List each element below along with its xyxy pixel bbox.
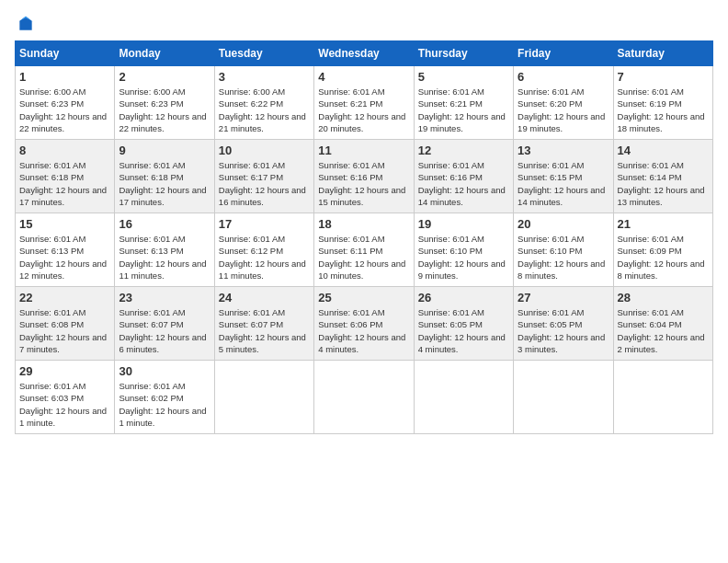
- day-cell: 10 Sunrise: 6:01 AMSunset: 6:17 PMDaylig…: [214, 140, 313, 213]
- day-cell: 18 Sunrise: 6:01 AMSunset: 6:11 PMDaylig…: [314, 213, 414, 287]
- week-row-2: 8 Sunrise: 6:01 AMSunset: 6:18 PMDayligh…: [16, 140, 713, 213]
- column-header-sunday: Sunday: [16, 41, 115, 66]
- day-detail: Sunrise: 6:01 AMSunset: 6:02 PMDaylight:…: [119, 381, 206, 428]
- day-detail: Sunrise: 6:01 AMSunset: 6:15 PMDaylight:…: [518, 160, 605, 207]
- day-cell: 16 Sunrise: 6:01 AMSunset: 6:13 PMDaylig…: [115, 213, 214, 287]
- day-number: 21: [618, 217, 709, 231]
- day-number: 12: [418, 144, 509, 157]
- day-detail: Sunrise: 6:01 AMSunset: 6:21 PMDaylight:…: [318, 86, 405, 133]
- day-cell: [414, 361, 513, 434]
- day-cell: 7 Sunrise: 6:01 AMSunset: 6:19 PMDayligh…: [613, 66, 712, 140]
- day-detail: Sunrise: 6:00 AMSunset: 6:23 PMDaylight:…: [19, 86, 107, 133]
- day-detail: Sunrise: 6:01 AMSunset: 6:09 PMDaylight:…: [618, 234, 705, 281]
- column-header-thursday: Thursday: [414, 41, 513, 66]
- logo: [15, 15, 35, 33]
- day-number: 28: [618, 291, 709, 304]
- day-number: 9: [119, 144, 210, 157]
- calendar-header-row: SundayMondayTuesdayWednesdayThursdayFrid…: [16, 41, 713, 66]
- day-detail: Sunrise: 6:01 AMSunset: 6:07 PMDaylight:…: [119, 307, 206, 354]
- day-detail: Sunrise: 6:00 AMSunset: 6:23 PMDaylight:…: [119, 86, 206, 133]
- day-cell: 19 Sunrise: 6:01 AMSunset: 6:10 PMDaylig…: [414, 213, 513, 287]
- day-detail: Sunrise: 6:01 AMSunset: 6:11 PMDaylight:…: [318, 234, 405, 281]
- day-number: 6: [518, 70, 609, 84]
- day-cell: 27 Sunrise: 6:01 AMSunset: 6:05 PMDaylig…: [514, 287, 613, 361]
- day-cell: 17 Sunrise: 6:01 AMSunset: 6:12 PMDaylig…: [214, 213, 313, 287]
- week-row-5: 29 Sunrise: 6:01 AMSunset: 6:03 PMDaylig…: [16, 361, 713, 434]
- day-detail: Sunrise: 6:01 AMSunset: 6:16 PMDaylight:…: [318, 160, 405, 207]
- day-cell: 1 Sunrise: 6:00 AMSunset: 6:23 PMDayligh…: [16, 66, 115, 140]
- week-row-1: 1 Sunrise: 6:00 AMSunset: 6:23 PMDayligh…: [16, 66, 713, 140]
- day-cell: 21 Sunrise: 6:01 AMSunset: 6:09 PMDaylig…: [613, 213, 712, 287]
- calendar-body: 1 Sunrise: 6:00 AMSunset: 6:23 PMDayligh…: [16, 66, 713, 434]
- day-cell: 9 Sunrise: 6:01 AMSunset: 6:18 PMDayligh…: [115, 140, 214, 213]
- day-cell: 26 Sunrise: 6:01 AMSunset: 6:05 PMDaylig…: [414, 287, 513, 361]
- day-number: 29: [19, 364, 110, 378]
- column-header-monday: Monday: [115, 41, 214, 66]
- column-header-friday: Friday: [514, 41, 613, 66]
- day-cell: [613, 361, 712, 434]
- day-number: 23: [119, 291, 210, 304]
- day-cell: 30 Sunrise: 6:01 AMSunset: 6:02 PMDaylig…: [115, 361, 214, 434]
- day-cell: 28 Sunrise: 6:01 AMSunset: 6:04 PMDaylig…: [613, 287, 712, 361]
- day-number: 5: [418, 70, 509, 84]
- day-cell: 11 Sunrise: 6:01 AMSunset: 6:16 PMDaylig…: [314, 140, 414, 213]
- day-cell: 4 Sunrise: 6:01 AMSunset: 6:21 PMDayligh…: [314, 66, 414, 140]
- day-cell: 23 Sunrise: 6:01 AMSunset: 6:07 PMDaylig…: [115, 287, 214, 361]
- day-cell: 14 Sunrise: 6:01 AMSunset: 6:14 PMDaylig…: [613, 140, 712, 213]
- day-number: 25: [318, 291, 409, 304]
- day-number: 19: [418, 217, 509, 231]
- day-number: 16: [119, 217, 210, 231]
- day-detail: Sunrise: 6:01 AMSunset: 6:10 PMDaylight:…: [518, 234, 605, 281]
- day-detail: Sunrise: 6:01 AMSunset: 6:10 PMDaylight:…: [418, 234, 506, 281]
- calendar: SundayMondayTuesdayWednesdayThursdayFrid…: [15, 40, 713, 434]
- column-header-saturday: Saturday: [613, 41, 712, 66]
- day-detail: Sunrise: 6:01 AMSunset: 6:13 PMDaylight:…: [119, 234, 206, 281]
- day-number: 14: [618, 144, 709, 157]
- day-detail: Sunrise: 6:01 AMSunset: 6:21 PMDaylight:…: [418, 86, 506, 133]
- day-number: 11: [318, 144, 409, 157]
- day-detail: Sunrise: 6:01 AMSunset: 6:20 PMDaylight:…: [518, 86, 605, 133]
- day-number: 3: [219, 70, 310, 84]
- day-cell: [314, 361, 414, 434]
- day-detail: Sunrise: 6:01 AMSunset: 6:08 PMDaylight:…: [19, 307, 107, 354]
- week-row-3: 15 Sunrise: 6:01 AMSunset: 6:13 PMDaylig…: [16, 213, 713, 287]
- day-detail: Sunrise: 6:01 AMSunset: 6:18 PMDaylight:…: [19, 160, 107, 207]
- day-detail: Sunrise: 6:01 AMSunset: 6:13 PMDaylight:…: [19, 234, 107, 281]
- day-number: 13: [518, 144, 609, 157]
- day-number: 15: [19, 217, 110, 231]
- day-detail: Sunrise: 6:01 AMSunset: 6:17 PMDaylight:…: [219, 160, 306, 207]
- day-cell: 12 Sunrise: 6:01 AMSunset: 6:16 PMDaylig…: [414, 140, 513, 213]
- day-cell: 25 Sunrise: 6:01 AMSunset: 6:06 PMDaylig…: [314, 287, 414, 361]
- day-cell: [514, 361, 613, 434]
- day-detail: Sunrise: 6:01 AMSunset: 6:14 PMDaylight:…: [618, 160, 705, 207]
- day-number: 20: [518, 217, 609, 231]
- day-cell: 15 Sunrise: 6:01 AMSunset: 6:13 PMDaylig…: [16, 213, 115, 287]
- day-number: 4: [318, 70, 409, 84]
- day-cell: [214, 361, 313, 434]
- day-number: 22: [19, 291, 110, 304]
- day-cell: 3 Sunrise: 6:00 AMSunset: 6:22 PMDayligh…: [214, 66, 313, 140]
- week-row-4: 22 Sunrise: 6:01 AMSunset: 6:08 PMDaylig…: [16, 287, 713, 361]
- day-detail: Sunrise: 6:01 AMSunset: 6:16 PMDaylight:…: [418, 160, 506, 207]
- column-header-wednesday: Wednesday: [314, 41, 414, 66]
- day-number: 27: [518, 291, 609, 304]
- day-detail: Sunrise: 6:00 AMSunset: 6:22 PMDaylight:…: [219, 86, 306, 133]
- day-cell: 2 Sunrise: 6:00 AMSunset: 6:23 PMDayligh…: [115, 66, 214, 140]
- day-cell: 22 Sunrise: 6:01 AMSunset: 6:08 PMDaylig…: [16, 287, 115, 361]
- day-number: 1: [19, 70, 110, 84]
- day-number: 10: [219, 144, 310, 157]
- day-number: 8: [19, 144, 110, 157]
- day-detail: Sunrise: 6:01 AMSunset: 6:18 PMDaylight:…: [119, 160, 206, 207]
- day-cell: 20 Sunrise: 6:01 AMSunset: 6:10 PMDaylig…: [514, 213, 613, 287]
- day-detail: Sunrise: 6:01 AMSunset: 6:05 PMDaylight:…: [518, 307, 605, 354]
- day-number: 18: [318, 217, 409, 231]
- header: [15, 15, 713, 33]
- day-cell: 8 Sunrise: 6:01 AMSunset: 6:18 PMDayligh…: [16, 140, 115, 213]
- day-detail: Sunrise: 6:01 AMSunset: 6:19 PMDaylight:…: [618, 86, 705, 133]
- day-number: 2: [119, 70, 210, 84]
- day-cell: 13 Sunrise: 6:01 AMSunset: 6:15 PMDaylig…: [514, 140, 613, 213]
- day-cell: 5 Sunrise: 6:01 AMSunset: 6:21 PMDayligh…: [414, 66, 513, 140]
- day-number: 26: [418, 291, 509, 304]
- day-number: 17: [219, 217, 310, 231]
- day-number: 30: [119, 364, 210, 378]
